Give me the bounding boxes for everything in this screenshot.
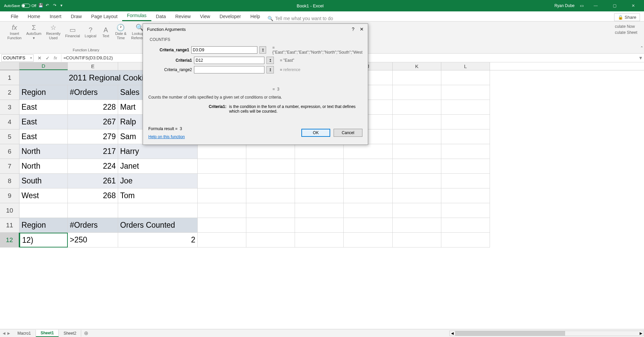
cell[interactable] xyxy=(344,188,393,203)
cell[interactable] xyxy=(295,159,344,174)
col-header-k[interactable]: K xyxy=(393,62,441,70)
maximize-button[interactable]: ▢ xyxy=(608,0,621,11)
range-select-button[interactable]: ↥ xyxy=(266,66,274,73)
cell[interactable] xyxy=(393,100,441,115)
cell[interactable] xyxy=(246,188,295,203)
recently-used-button[interactable]: ☆Recently Used xyxy=(44,23,62,41)
cell[interactable]: East xyxy=(19,129,68,144)
redo-icon[interactable]: ↷ xyxy=(53,3,58,8)
menu-insert[interactable]: Insert xyxy=(45,12,66,21)
cell[interactable]: Orders Counted xyxy=(118,218,198,233)
cell[interactable] xyxy=(295,203,344,218)
cell[interactable] xyxy=(295,188,344,203)
cell[interactable] xyxy=(295,144,344,159)
cell[interactable]: 261 xyxy=(68,174,118,188)
menu-developer[interactable]: Developer xyxy=(215,12,246,21)
row-header[interactable]: 5 xyxy=(0,129,19,144)
dialog-titlebar[interactable]: Function Arguments ? ✕ xyxy=(143,24,368,35)
save-icon[interactable]: 💾 xyxy=(38,3,44,8)
collapse-ribbon-button[interactable]: ˆ xyxy=(641,46,643,52)
cell[interactable] xyxy=(393,159,441,174)
close-icon[interactable]: ✕ xyxy=(360,26,364,32)
cell[interactable] xyxy=(246,218,295,233)
ribbon-options-icon[interactable]: ▭ xyxy=(580,3,584,8)
range-select-button[interactable]: ↥ xyxy=(266,57,274,64)
menu-draw[interactable]: Draw xyxy=(66,12,87,21)
cell[interactable] xyxy=(393,129,441,144)
cell[interactable] xyxy=(393,174,441,188)
row-header[interactable]: 10 xyxy=(0,203,19,218)
cell[interactable] xyxy=(344,159,393,174)
col-header-e[interactable]: E xyxy=(68,62,118,70)
cell[interactable] xyxy=(441,129,490,144)
text-button[interactable]: AText xyxy=(99,23,112,41)
cell[interactable] xyxy=(198,174,246,188)
tell-me-search[interactable]: 🔍 Tell me what you want to do xyxy=(267,16,333,21)
undo-icon[interactable]: ↶ xyxy=(46,3,51,8)
cell[interactable] xyxy=(295,233,344,247)
help-link[interactable]: Help on this function xyxy=(148,134,185,139)
tab-macro1[interactable]: Macro1 xyxy=(13,330,36,337)
cell[interactable]: Region xyxy=(19,85,68,100)
criteria-range2-input[interactable] xyxy=(194,66,264,73)
criteria1-input[interactable] xyxy=(194,57,264,64)
select-all-corner[interactable] xyxy=(0,62,19,70)
cell[interactable] xyxy=(295,174,344,188)
cell[interactable] xyxy=(441,174,490,188)
cell[interactable] xyxy=(441,203,490,218)
menu-home[interactable]: Home xyxy=(23,12,45,21)
menu-help[interactable]: Help xyxy=(246,12,265,21)
cell[interactable] xyxy=(246,159,295,174)
cell[interactable] xyxy=(393,218,441,233)
cell[interactable] xyxy=(441,144,490,159)
calculate-sheet-button[interactable]: culate Sheet xyxy=(615,30,637,35)
cell[interactable] xyxy=(393,203,441,218)
horizontal-scrollbar[interactable]: ◂ ▸ xyxy=(449,331,644,336)
row-header[interactable]: 12 xyxy=(0,233,19,247)
cell[interactable]: >250 xyxy=(68,233,118,247)
autosave-toggle[interactable]: AutoSave Off xyxy=(4,4,36,8)
share-button[interactable]: 🔒 Share xyxy=(614,13,640,21)
cell[interactable] xyxy=(198,218,246,233)
menu-page-layout[interactable]: Page Layout xyxy=(87,12,122,21)
cell[interactable] xyxy=(246,144,295,159)
row-header[interactable]: 9 xyxy=(0,188,19,203)
cell[interactable] xyxy=(344,218,393,233)
cell[interactable] xyxy=(19,203,68,218)
cell[interactable] xyxy=(246,233,295,247)
cell[interactable]: 228 xyxy=(68,100,118,115)
cell[interactable]: #Orders xyxy=(68,218,118,233)
menu-review[interactable]: Review xyxy=(170,12,195,21)
cell[interactable] xyxy=(68,203,118,218)
cell[interactable] xyxy=(393,70,441,85)
help-icon[interactable]: ? xyxy=(352,26,354,32)
date-time-button[interactable]: 🕐Date & Time xyxy=(113,23,129,41)
minimize-button[interactable]: — xyxy=(589,0,602,11)
cell[interactable] xyxy=(441,115,490,129)
cell[interactable]: Janet xyxy=(118,159,198,174)
cell[interactable] xyxy=(441,188,490,203)
cell[interactable] xyxy=(441,100,490,115)
cell[interactable] xyxy=(441,159,490,174)
tab-sheet1[interactable]: Sheet1 xyxy=(36,330,59,337)
cell[interactable] xyxy=(295,218,344,233)
range-select-button[interactable]: ↥ xyxy=(259,46,266,54)
qat-icon[interactable]: ▾ xyxy=(60,3,66,8)
cell[interactable] xyxy=(441,85,490,100)
menu-file[interactable]: File xyxy=(6,12,23,21)
cancel-button[interactable]: Cancel xyxy=(334,129,362,137)
cell[interactable]: 267 xyxy=(68,115,118,129)
scrollbar-thumb[interactable] xyxy=(455,331,565,336)
cell[interactable]: Tom xyxy=(118,188,198,203)
cell[interactable]: North xyxy=(19,159,68,174)
cell[interactable]: East xyxy=(19,115,68,129)
cell[interactable] xyxy=(198,188,246,203)
cell[interactable] xyxy=(393,188,441,203)
cell[interactable]: 2 xyxy=(118,233,198,247)
cell[interactable] xyxy=(198,203,246,218)
cell[interactable] xyxy=(441,70,490,85)
cell[interactable] xyxy=(393,85,441,100)
cell[interactable]: East xyxy=(19,100,68,115)
cell[interactable] xyxy=(118,203,198,218)
financial-button[interactable]: ▭Financial xyxy=(63,23,82,41)
